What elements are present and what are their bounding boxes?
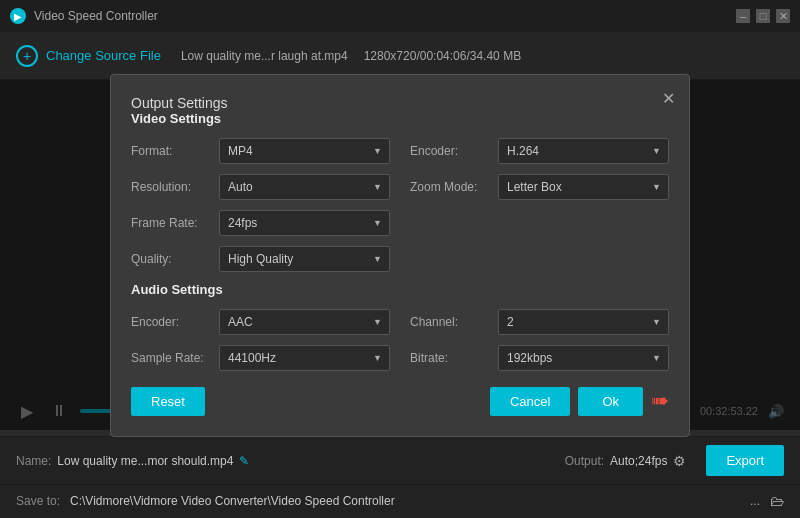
encoder-label: Encoder: [410, 144, 490, 158]
output-label: Output: [565, 454, 604, 468]
quality-label: Quality: [131, 252, 211, 266]
audio-encoder-row: Encoder: AAC [131, 309, 390, 335]
channel-select[interactable]: 2 [498, 309, 669, 335]
resolution-row: Resolution: Auto [131, 174, 390, 200]
zoom-mode-label: Zoom Mode: [410, 180, 490, 194]
app-title: Video Speed Controller [34, 9, 158, 23]
path-dots-button[interactable]: ... [750, 494, 760, 508]
channel-row: Channel: 2 [410, 309, 669, 335]
minimize-button[interactable]: – [736, 9, 750, 23]
modal-footer: Reset Cancel Ok ➠ [131, 387, 669, 416]
zoom-mode-select-wrapper: Letter Box [498, 174, 669, 200]
arrow-indicator: ➠ [651, 388, 669, 414]
video-settings-title: Video Settings [131, 111, 669, 126]
encoder-select-wrapper: H.264 [498, 138, 669, 164]
quality-row: Quality: High Quality [131, 246, 390, 272]
bottom-top-row: Name: Low quality me...mor should.mp4 ✎ … [0, 437, 800, 485]
close-button[interactable]: ✕ [776, 9, 790, 23]
format-select-wrapper: MP4 [219, 138, 390, 164]
maximize-button[interactable]: □ [756, 9, 770, 23]
channel-select-wrapper: 2 [498, 309, 669, 335]
settings-icon[interactable]: ⚙ [673, 453, 686, 469]
encoder-select[interactable]: H.264 [498, 138, 669, 164]
name-section: Name: Low quality me...mor should.mp4 ✎ [16, 454, 545, 468]
sample-rate-label: Sample Rate: [131, 351, 211, 365]
zoom-mode-select[interactable]: Letter Box [498, 174, 669, 200]
saveto-path: C:\Vidmore\Vidmore Video Converter\Video… [70, 494, 740, 508]
file-resolution: 1280x720/00:04:06/34.40 MB [364, 49, 521, 63]
sample-rate-row: Sample Rate: 44100Hz [131, 345, 390, 371]
bottom-bar: Name: Low quality me...mor should.mp4 ✎ … [0, 436, 800, 518]
sample-rate-select-wrapper: 44100Hz [219, 345, 390, 371]
title-bar: ▶ Video Speed Controller – □ ✕ [0, 0, 800, 32]
edit-icon[interactable]: ✎ [239, 454, 249, 468]
resolution-label: Resolution: [131, 180, 211, 194]
output-settings-modal: Output Settings ✕ Video Settings Format:… [110, 74, 690, 437]
frame-rate-label: Frame Rate: [131, 216, 211, 230]
bitrate-select-wrapper: 192kbps [498, 345, 669, 371]
title-bar-left: ▶ Video Speed Controller [10, 8, 158, 24]
audio-encoder-select-wrapper: AAC [219, 309, 390, 335]
format-label: Format: [131, 144, 211, 158]
export-button[interactable]: Export [706, 445, 784, 476]
app-icon: ▶ [10, 8, 26, 24]
audio-encoder-label: Encoder: [131, 315, 211, 329]
output-section: Output: Auto;24fps ⚙ [565, 453, 687, 469]
change-source-button[interactable]: + Change Source File [16, 45, 161, 67]
main-area: ▶ ⏸ 00:32:53.22 🔊 Output Settings ✕ Vide… [0, 80, 800, 430]
video-settings-grid: Format: MP4 Encoder: H.264 [131, 138, 669, 272]
modal-title: Output Settings [131, 95, 228, 111]
path-folder-button[interactable]: 🗁 [770, 493, 784, 509]
output-value: Auto;24fps [610, 454, 667, 468]
window-controls: – □ ✕ [736, 9, 790, 23]
format-select[interactable]: MP4 [219, 138, 390, 164]
bitrate-row: Bitrate: 192kbps [410, 345, 669, 371]
resolution-select-wrapper: Auto [219, 174, 390, 200]
bottom-bottom-row: Save to: C:\Vidmore\Vidmore Video Conver… [0, 485, 800, 517]
modal-overlay: Output Settings ✕ Video Settings Format:… [0, 80, 800, 430]
saveto-label: Save to: [16, 494, 60, 508]
frame-rate-select[interactable]: 24fps [219, 210, 390, 236]
audio-encoder-select[interactable]: AAC [219, 309, 390, 335]
ok-cancel-group: Cancel Ok ➠ [490, 387, 669, 416]
encoder-row: Encoder: H.264 [410, 138, 669, 164]
name-value: Low quality me...mor should.mp4 [57, 454, 233, 468]
audio-settings-grid: Encoder: AAC Channel: 2 [131, 309, 669, 371]
add-icon: + [16, 45, 38, 67]
file-info: Low quality me...r laugh at.mp4 1280x720… [181, 49, 521, 63]
audio-settings-title: Audio Settings [131, 282, 669, 297]
bitrate-label: Bitrate: [410, 351, 490, 365]
name-label: Name: [16, 454, 51, 468]
reset-button[interactable]: Reset [131, 387, 205, 416]
channel-label: Channel: [410, 315, 490, 329]
toolbar: + Change Source File Low quality me...r … [0, 32, 800, 80]
zoom-mode-row: Zoom Mode: Letter Box [410, 174, 669, 200]
resolution-select[interactable]: Auto [219, 174, 390, 200]
format-row: Format: MP4 [131, 138, 390, 164]
modal-close-button[interactable]: ✕ [662, 89, 675, 108]
file-name: Low quality me...r laugh at.mp4 [181, 49, 348, 63]
sample-rate-select[interactable]: 44100Hz [219, 345, 390, 371]
frame-rate-row: Frame Rate: 24fps [131, 210, 390, 236]
quality-select-wrapper: High Quality [219, 246, 390, 272]
quality-select[interactable]: High Quality [219, 246, 390, 272]
cancel-button[interactable]: Cancel [490, 387, 570, 416]
change-source-label: Change Source File [46, 48, 161, 63]
bitrate-select[interactable]: 192kbps [498, 345, 669, 371]
frame-rate-select-wrapper: 24fps [219, 210, 390, 236]
ok-button[interactable]: Ok [578, 387, 643, 416]
